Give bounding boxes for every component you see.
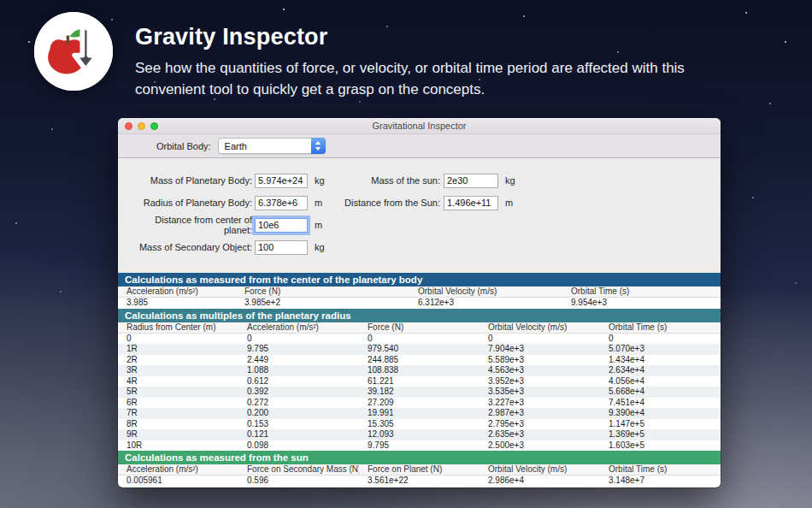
form-row: Mass of Planetary Body: kg	[125, 169, 325, 192]
column-header: Radius from Center (m)	[118, 322, 238, 333]
minimize-button[interactable]	[138, 122, 145, 130]
table-cell: 108.838	[359, 365, 480, 376]
column-header: Orbital Velocity (m/s)	[480, 322, 600, 333]
orbital-body-select[interactable]: Earth	[218, 138, 326, 154]
radius-planetary-body-input[interactable]	[255, 196, 308, 210]
table-row[interactable]: 3R1.088108.8384.563e+32.634e+4	[118, 365, 721, 376]
zoom-button[interactable]	[150, 122, 158, 130]
close-button[interactable]	[125, 122, 132, 130]
hero-banner: Gravity Inspector See how the quantities…	[34, 9, 685, 99]
table-row[interactable]: 4R0.61261.2213.952e+34.056e+4	[118, 376, 721, 387]
hero-text: Gravity Inspector See how the quantities…	[135, 9, 685, 99]
table-cell: 3.985e+2	[236, 298, 409, 309]
table-cell: 6.312e+3	[409, 298, 562, 309]
table-cell: 0.121	[238, 429, 359, 440]
section-header-radius: Calculations as multiples of the planeta…	[118, 309, 721, 322]
mass-of-sun-input[interactable]	[444, 174, 498, 188]
table-cell: 7.904e+3	[480, 344, 600, 355]
table-row[interactable]: 6R0.27227.2093.227e+37.451e+4	[118, 398, 721, 409]
table-row[interactable]: 3.9853.985e+26.312e+39.954e+3	[118, 298, 721, 309]
column-header: Acceleration (m/s²)	[118, 464, 238, 475]
table-row[interactable]: 2R2.449244.8855.589e+31.434e+4	[118, 355, 721, 366]
table-cell: 3.148e+7	[600, 476, 721, 487]
table-cell: 7.451e+4	[600, 398, 721, 409]
table-cell: 2.635e+3	[480, 429, 600, 440]
column-header: Force on Secondary Mass (N)	[238, 464, 359, 475]
table-cell: 15.305	[359, 419, 480, 430]
column-header: Acceleration (m/s²)	[118, 286, 236, 297]
table-cell: 3.561e+22	[359, 476, 480, 487]
window-titlebar[interactable]: Gravitational Inspector	[118, 118, 721, 134]
table-cell: 0	[480, 334, 600, 345]
table-cell: 12.093	[359, 429, 480, 440]
table-cell: 0.392	[238, 387, 359, 398]
hero-subtitle-line1: See how the quantities of force, or velo…	[135, 58, 685, 78]
hero-subtitle-line2: convenient tool to quickly get a grasp o…	[135, 80, 685, 99]
distance-from-center-input[interactable]	[255, 218, 308, 233]
table-cell: 3.985	[118, 298, 236, 309]
section-header-center: Calculations as measured from the center…	[118, 273, 721, 286]
table-cell: 7R	[118, 408, 238, 419]
column-header: Orbital Time (s)	[562, 286, 721, 297]
table-cell: 6R	[118, 398, 238, 409]
table-cell: 1.434e+4	[600, 355, 721, 366]
table-cell: 5.070e+3	[600, 344, 721, 355]
form-row: Radius of Planetary Body: m	[125, 192, 325, 214]
table-cell: 2.795e+3	[480, 419, 600, 430]
table-cell: 979.540	[359, 344, 480, 355]
radius-table-header-row: Radius from Center (m)Acceleration (m/s²…	[118, 322, 721, 334]
apple-arrow-icon	[34, 12, 113, 91]
table-cell: 0	[118, 334, 238, 345]
distance-from-sun-input[interactable]	[444, 196, 498, 210]
table-cell: 9.795	[359, 440, 480, 452]
table-cell: 0	[238, 334, 359, 345]
popup-arrows-icon	[311, 138, 326, 154]
table-cell: 3.227e+3	[480, 398, 600, 409]
column-header: Orbital Time (s)	[600, 322, 721, 333]
table-cell: 2.634e+4	[600, 365, 721, 376]
table-cell: 4.056e+4	[600, 376, 721, 387]
table-cell: 10R	[118, 440, 238, 452]
desktop-background: Gravity Inspector See how the quantities…	[0, 0, 812, 508]
table-cell: 0.005961	[118, 476, 238, 487]
table-row[interactable]: 8R0.15315.3052.795e+31.147e+5	[118, 419, 721, 430]
center-table-header-row: Acceleration (m/s²)Force (N)Orbital Velo…	[118, 286, 721, 298]
column-header: Force (N)	[359, 322, 480, 333]
table-row[interactable]: 0.0059610.5963.561e+222.986e+43.148e+7	[118, 476, 721, 487]
sun-table-header-row: Acceleration (m/s²)Force on Secondary Ma…	[118, 464, 721, 476]
table-cell: 27.209	[359, 398, 480, 409]
unit-label: m	[315, 198, 322, 208]
table-row[interactable]: 1R9.795979.5407.904e+35.070e+3	[118, 344, 721, 355]
table-cell: 8R	[118, 419, 238, 430]
form-left-column: Mass of Planetary Body: kg Radius of Pla…	[125, 169, 325, 258]
unit-label: kg	[505, 175, 515, 186]
table-cell: 2R	[118, 355, 238, 366]
table-cell: 9R	[118, 429, 238, 440]
table-cell: 0.153	[238, 419, 359, 430]
parameters-form: Mass of Planetary Body: kg Radius of Pla…	[118, 158, 721, 273]
section-header-sun: Calculations as measured from the sun	[118, 451, 721, 464]
mass-planetary-body-input[interactable]	[255, 174, 308, 188]
distance-from-sun-label: Distance from the Sun:	[323, 198, 440, 208]
center-table: 3.9853.985e+26.312e+39.954e+3	[118, 298, 721, 309]
table-row[interactable]: 00000	[118, 334, 721, 345]
form-row: Mass of Secondary Object: kg	[125, 236, 325, 258]
table-cell: 61.221	[359, 376, 480, 387]
distance-from-center-label: Distance from center of planet:	[125, 215, 252, 235]
sun-table: 0.0059610.5963.561e+222.986e+43.148e+7	[118, 476, 721, 487]
column-header: Orbital Velocity (m/s)	[480, 464, 600, 475]
table-cell: 5.668e+4	[600, 387, 721, 398]
table-cell: 4R	[118, 376, 238, 387]
table-row[interactable]: 5R0.39239.1823.535e+35.668e+4	[118, 387, 721, 398]
table-cell: 1.147e+5	[600, 419, 721, 430]
radius-planetary-body-label: Radius of Planetary Body:	[125, 198, 252, 208]
table-row[interactable]: 10R0.0989.7952.500e+31.603e+5	[118, 440, 721, 452]
table-row[interactable]: 9R0.12112.0932.635e+31.369e+5	[118, 429, 721, 440]
mass-secondary-object-label: Mass of Secondary Object:	[125, 242, 252, 252]
table-row[interactable]: 7R0.20019.9912.987e+39.390e+4	[118, 408, 721, 419]
mass-secondary-object-input[interactable]	[255, 240, 308, 255]
orbital-body-label: Orbital Body:	[156, 141, 211, 151]
column-header: Force (N)	[236, 286, 409, 297]
table-cell: 9.795	[238, 344, 359, 355]
table-cell: 1.603e+5	[600, 440, 721, 452]
